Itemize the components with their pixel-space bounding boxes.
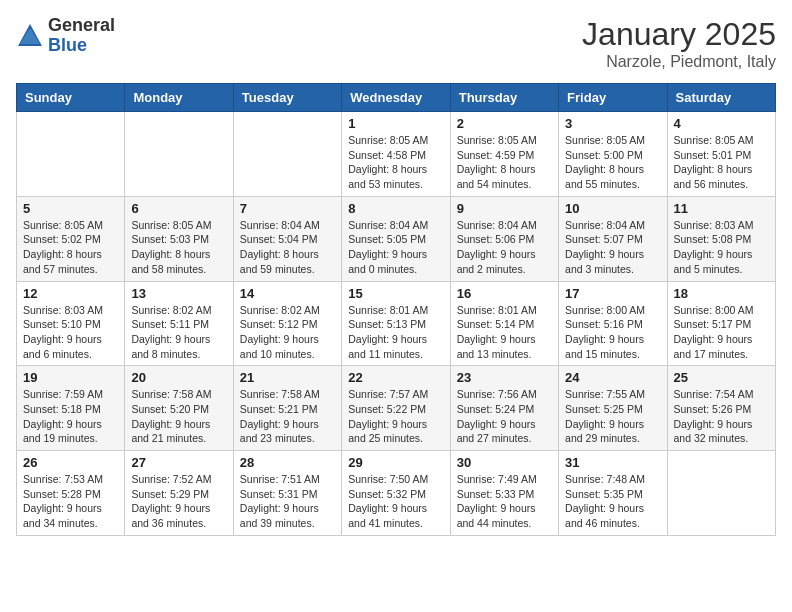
calendar-cell: 30Sunrise: 7:49 AMSunset: 5:33 PMDayligh… <box>450 451 558 536</box>
day-info: Sunrise: 7:58 AMSunset: 5:20 PMDaylight:… <box>131 387 226 446</box>
day-info: Sunrise: 7:56 AMSunset: 5:24 PMDaylight:… <box>457 387 552 446</box>
calendar-cell <box>667 451 775 536</box>
col-friday: Friday <box>559 84 667 112</box>
calendar-week-4: 19Sunrise: 7:59 AMSunset: 5:18 PMDayligh… <box>17 366 776 451</box>
calendar-cell: 31Sunrise: 7:48 AMSunset: 5:35 PMDayligh… <box>559 451 667 536</box>
calendar-cell: 1Sunrise: 8:05 AMSunset: 4:58 PMDaylight… <box>342 112 450 197</box>
calendar-table: Sunday Monday Tuesday Wednesday Thursday… <box>16 83 776 536</box>
calendar-cell: 29Sunrise: 7:50 AMSunset: 5:32 PMDayligh… <box>342 451 450 536</box>
calendar-cell: 21Sunrise: 7:58 AMSunset: 5:21 PMDayligh… <box>233 366 341 451</box>
calendar-cell: 18Sunrise: 8:00 AMSunset: 5:17 PMDayligh… <box>667 281 775 366</box>
day-info: Sunrise: 8:02 AMSunset: 5:11 PMDaylight:… <box>131 303 226 362</box>
day-info: Sunrise: 8:05 AMSunset: 4:59 PMDaylight:… <box>457 133 552 192</box>
calendar-week-5: 26Sunrise: 7:53 AMSunset: 5:28 PMDayligh… <box>17 451 776 536</box>
day-number: 10 <box>565 201 660 216</box>
calendar-cell: 10Sunrise: 8:04 AMSunset: 5:07 PMDayligh… <box>559 196 667 281</box>
calendar-title: January 2025 <box>582 16 776 53</box>
day-info: Sunrise: 8:02 AMSunset: 5:12 PMDaylight:… <box>240 303 335 362</box>
day-number: 4 <box>674 116 769 131</box>
svg-marker-1 <box>20 28 40 44</box>
col-monday: Monday <box>125 84 233 112</box>
col-thursday: Thursday <box>450 84 558 112</box>
day-info: Sunrise: 8:05 AMSunset: 5:02 PMDaylight:… <box>23 218 118 277</box>
day-info: Sunrise: 8:01 AMSunset: 5:13 PMDaylight:… <box>348 303 443 362</box>
day-info: Sunrise: 8:04 AMSunset: 5:07 PMDaylight:… <box>565 218 660 277</box>
calendar-cell: 9Sunrise: 8:04 AMSunset: 5:06 PMDaylight… <box>450 196 558 281</box>
day-number: 24 <box>565 370 660 385</box>
logo-blue-text: Blue <box>48 36 115 56</box>
day-number: 5 <box>23 201 118 216</box>
col-sunday: Sunday <box>17 84 125 112</box>
day-number: 26 <box>23 455 118 470</box>
day-number: 22 <box>348 370 443 385</box>
day-number: 28 <box>240 455 335 470</box>
day-info: Sunrise: 7:52 AMSunset: 5:29 PMDaylight:… <box>131 472 226 531</box>
logo-icon <box>16 22 44 50</box>
day-info: Sunrise: 8:00 AMSunset: 5:16 PMDaylight:… <box>565 303 660 362</box>
calendar-cell: 6Sunrise: 8:05 AMSunset: 5:03 PMDaylight… <box>125 196 233 281</box>
calendar-cell <box>17 112 125 197</box>
day-info: Sunrise: 8:04 AMSunset: 5:06 PMDaylight:… <box>457 218 552 277</box>
day-number: 15 <box>348 286 443 301</box>
calendar-cell: 20Sunrise: 7:58 AMSunset: 5:20 PMDayligh… <box>125 366 233 451</box>
calendar-cell: 14Sunrise: 8:02 AMSunset: 5:12 PMDayligh… <box>233 281 341 366</box>
calendar-cell: 27Sunrise: 7:52 AMSunset: 5:29 PMDayligh… <box>125 451 233 536</box>
day-number: 23 <box>457 370 552 385</box>
day-info: Sunrise: 8:04 AMSunset: 5:05 PMDaylight:… <box>348 218 443 277</box>
day-info: Sunrise: 8:00 AMSunset: 5:17 PMDaylight:… <box>674 303 769 362</box>
day-number: 21 <box>240 370 335 385</box>
calendar-cell: 16Sunrise: 8:01 AMSunset: 5:14 PMDayligh… <box>450 281 558 366</box>
day-number: 31 <box>565 455 660 470</box>
day-info: Sunrise: 7:55 AMSunset: 5:25 PMDaylight:… <box>565 387 660 446</box>
day-number: 30 <box>457 455 552 470</box>
day-info: Sunrise: 7:48 AMSunset: 5:35 PMDaylight:… <box>565 472 660 531</box>
logo: General Blue <box>16 16 115 56</box>
day-number: 1 <box>348 116 443 131</box>
calendar-week-2: 5Sunrise: 8:05 AMSunset: 5:02 PMDaylight… <box>17 196 776 281</box>
day-info: Sunrise: 8:05 AMSunset: 5:00 PMDaylight:… <box>565 133 660 192</box>
day-info: Sunrise: 8:05 AMSunset: 5:01 PMDaylight:… <box>674 133 769 192</box>
day-number: 9 <box>457 201 552 216</box>
calendar-cell: 13Sunrise: 8:02 AMSunset: 5:11 PMDayligh… <box>125 281 233 366</box>
calendar-cell: 25Sunrise: 7:54 AMSunset: 5:26 PMDayligh… <box>667 366 775 451</box>
day-info: Sunrise: 7:58 AMSunset: 5:21 PMDaylight:… <box>240 387 335 446</box>
col-tuesday: Tuesday <box>233 84 341 112</box>
calendar-week-1: 1Sunrise: 8:05 AMSunset: 4:58 PMDaylight… <box>17 112 776 197</box>
calendar-cell: 5Sunrise: 8:05 AMSunset: 5:02 PMDaylight… <box>17 196 125 281</box>
col-saturday: Saturday <box>667 84 775 112</box>
calendar-cell: 28Sunrise: 7:51 AMSunset: 5:31 PMDayligh… <box>233 451 341 536</box>
day-info: Sunrise: 7:57 AMSunset: 5:22 PMDaylight:… <box>348 387 443 446</box>
day-info: Sunrise: 7:51 AMSunset: 5:31 PMDaylight:… <box>240 472 335 531</box>
day-number: 2 <box>457 116 552 131</box>
day-info: Sunrise: 8:03 AMSunset: 5:08 PMDaylight:… <box>674 218 769 277</box>
header-row: Sunday Monday Tuesday Wednesday Thursday… <box>17 84 776 112</box>
day-info: Sunrise: 7:59 AMSunset: 5:18 PMDaylight:… <box>23 387 118 446</box>
day-info: Sunrise: 8:05 AMSunset: 4:58 PMDaylight:… <box>348 133 443 192</box>
day-number: 14 <box>240 286 335 301</box>
calendar-cell <box>233 112 341 197</box>
calendar-cell: 17Sunrise: 8:00 AMSunset: 5:16 PMDayligh… <box>559 281 667 366</box>
title-block: January 2025 Narzole, Piedmont, Italy <box>582 16 776 71</box>
day-number: 13 <box>131 286 226 301</box>
calendar-cell: 8Sunrise: 8:04 AMSunset: 5:05 PMDaylight… <box>342 196 450 281</box>
day-number: 11 <box>674 201 769 216</box>
calendar-header: Sunday Monday Tuesday Wednesday Thursday… <box>17 84 776 112</box>
day-number: 25 <box>674 370 769 385</box>
day-number: 16 <box>457 286 552 301</box>
day-info: Sunrise: 7:50 AMSunset: 5:32 PMDaylight:… <box>348 472 443 531</box>
day-info: Sunrise: 7:49 AMSunset: 5:33 PMDaylight:… <box>457 472 552 531</box>
day-number: 20 <box>131 370 226 385</box>
day-info: Sunrise: 8:01 AMSunset: 5:14 PMDaylight:… <box>457 303 552 362</box>
calendar-cell: 2Sunrise: 8:05 AMSunset: 4:59 PMDaylight… <box>450 112 558 197</box>
calendar-subtitle: Narzole, Piedmont, Italy <box>582 53 776 71</box>
calendar-cell <box>125 112 233 197</box>
day-number: 27 <box>131 455 226 470</box>
calendar-cell: 19Sunrise: 7:59 AMSunset: 5:18 PMDayligh… <box>17 366 125 451</box>
day-number: 8 <box>348 201 443 216</box>
calendar-cell: 12Sunrise: 8:03 AMSunset: 5:10 PMDayligh… <box>17 281 125 366</box>
day-info: Sunrise: 8:04 AMSunset: 5:04 PMDaylight:… <box>240 218 335 277</box>
day-number: 7 <box>240 201 335 216</box>
day-info: Sunrise: 7:53 AMSunset: 5:28 PMDaylight:… <box>23 472 118 531</box>
page-header: General Blue January 2025 Narzole, Piedm… <box>16 16 776 71</box>
calendar-body: 1Sunrise: 8:05 AMSunset: 4:58 PMDaylight… <box>17 112 776 536</box>
